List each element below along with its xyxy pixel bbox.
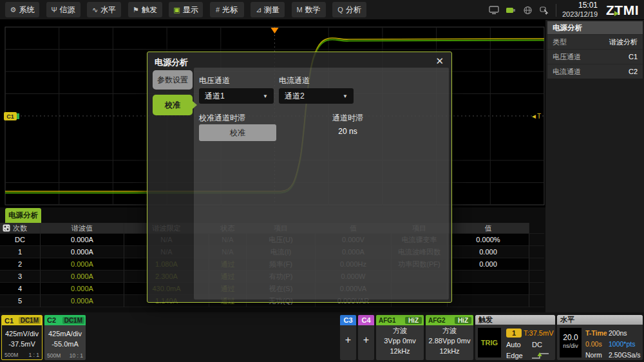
info-label: 类型 [553,37,567,47]
time: 15:01 [562,1,598,10]
t-time-label: T-Time [585,329,607,337]
display-icon: ▣ [173,6,180,14]
network-icon[interactable] [522,5,533,15]
afg2-box[interactable]: AFG2HiZ 方波 2.88Vpp 0mv 12kHz [426,315,473,360]
afg-amplitude: 2.88Vpp 0mv [426,336,473,346]
channel-c4-box[interactable]: C4 + [358,315,374,360]
deskew-calibrate-label: 校准通道时滞 [199,113,245,124]
afg-frequency: 12kHz [426,346,473,356]
info-label: 电压通道 [553,52,581,62]
menu-label: 信源 [60,5,75,15]
divider [556,4,556,17]
menu-system-button[interactable]: ⚙系统 [5,2,39,17]
table-expand-icon[interactable] [3,224,10,234]
info-value: 谐波分析 [609,37,638,47]
magnifier-icon: Q [337,6,343,14]
wave-icon: ∿ [92,6,98,14]
channel-offset: -55.0mA [44,340,86,348]
tab-parameter-settings[interactable]: 参数设置 [153,70,193,90]
menu-analyze-button[interactable]: Q分析 [332,2,366,17]
trigger-mode: Auto [506,341,521,348]
probe-ratio: 1 : 1 [28,352,39,358]
current-channel-select[interactable]: 通道2 ▼ [279,88,354,104]
channel-name: C4 [358,315,374,325]
calibrate-button[interactable]: 校准 [199,124,276,141]
menu-label: 测量 [264,5,279,15]
afg1-box[interactable]: AFG1HiZ 方波 3Vpp 0mv 12kHz [376,315,424,360]
bandwidth: 500M [5,352,18,358]
menu-trigger-button[interactable]: ⚑触发 [128,2,162,17]
menu-math-button[interactable]: M数学 [292,2,326,17]
horizontal-panel[interactable]: 水平 20.0 ns/div T-Time 200ns 0.00s 1000*p… [557,315,643,360]
add-channel-button[interactable]: + [340,334,356,346]
svg-text:C1: C1 [6,113,14,120]
gear-icon: ⚙ [10,6,17,14]
trigger-level: T:37.5mV [524,329,553,337]
menu-label: 系统 [19,5,34,15]
top-toolbar: ⚙系统 Ψ信源 ∿水平 ⚑触发 ▣显示 #光标 ⊿测量 M数学 Q分析 15:0… [0,0,644,20]
current-channel-value: 通道2 [285,91,305,102]
power-analysis-info-panel: 电源分析 类型 谐波分析 电压通道 C1 电流通道 C2 [547,21,643,79]
afg-waveform: 方波 [426,325,473,336]
clock: 15:01 2023/12/19 [562,1,598,18]
close-icon[interactable]: ✕ [435,55,444,67]
info-value: C1 [629,53,638,61]
coupling-badge: DC1M [19,317,41,324]
channel-c2-box[interactable]: C2DC1M 425mA/div -55.0mA 500M10 : 1 [44,315,86,360]
usb-drive-icon[interactable] [506,5,516,15]
menu-measure-button[interactable]: ⊿测量 [251,2,285,17]
menu-label: 光标 [222,5,238,15]
menu-label: 显示 [183,5,198,15]
probe-ratio: 10 : 1 [70,352,83,359]
oscilloscope-app: ⚙系统 Ψ信源 ∿水平 ⚑触发 ▣显示 #光标 ⊿测量 M数学 Q分析 15:0… [0,0,644,362]
horizontal-panel-title: 水平 [557,315,643,325]
info-row-type[interactable]: 类型 谐波分析 [547,34,643,49]
results-tab-power-analysis[interactable]: 电源分析 [5,208,41,223]
brand-triangle-icon [614,11,619,16]
brand-logo: ZTMI [603,3,639,18]
afg-frequency: 12kHz [376,346,424,356]
afg-name: AFG1 [379,317,396,324]
voltage-channel-select[interactable]: 通道1 ▼ [199,88,274,104]
bandwidth: 500M [47,352,61,359]
afg-name: AFG2 [428,317,446,324]
info-row-voltage-channel[interactable]: 电压通道 C1 [547,49,643,64]
rising-edge-icon [531,352,550,360]
menu-cursor-button[interactable]: #光标 [210,2,244,17]
antenna-icon: Ψ [51,6,57,14]
delay-value: 0.00s [585,340,602,348]
trigger-panel[interactable]: 触发 TRIG 1 T:37.5mV Auto DC Edge [475,315,555,360]
channel-c1-box[interactable]: C1DC1M 425mV/div -37.5mV 500M1 : 1 [1,315,43,360]
info-panel-title: 电源分析 [547,21,643,34]
screen-icon[interactable] [489,5,500,15]
afg-waveform: 方波 [376,325,424,336]
trigger-level-marker[interactable]: ◄T [531,113,541,120]
touch-icon[interactable] [539,5,550,15]
channel-c3-box[interactable]: C3 + [340,315,356,360]
sample-rate: 2.50GSa/s [609,351,641,359]
date: 2023/12/19 [562,10,598,19]
ruler-triangle-icon: ⊿ [256,6,261,14]
t-time-value: 200ns [609,329,627,337]
channel-name: C3 [340,315,356,325]
menu-source-button[interactable]: Ψ信源 [46,2,80,17]
info-label: 电流通道 [553,67,581,77]
add-channel-button[interactable]: + [358,334,374,346]
info-value: C2 [629,68,638,75]
channel-scale: 425mA/div [44,330,86,338]
trig-status: TRIG [478,328,501,357]
timebase-unit: ns/div [560,343,582,349]
brand-text: ZTMI [606,3,639,17]
power-analysis-dialog: 电源分析 ✕ 参数设置 校准 电压通道 通道1 ▼ 电流通道 通道2 ▼ 校准通… [147,52,452,303]
menu-label: 分析 [346,5,361,15]
tab-calibration[interactable]: 校准 [153,95,193,115]
coupling-badge: DC1M [62,317,84,324]
record-points: 1000*pts [609,340,635,348]
deskew-label: 通道时滞 [328,113,368,124]
menu-horizontal-button[interactable]: ∿水平 [87,2,121,17]
impedance-badge: HiZ [455,317,471,324]
timebase-box: 20.0 ns/div [560,328,582,357]
trigger-coupling: DC [532,341,542,348]
menu-display-button[interactable]: ▣显示 [169,2,203,17]
info-row-current-channel[interactable]: 电流通道 C2 [547,64,643,79]
